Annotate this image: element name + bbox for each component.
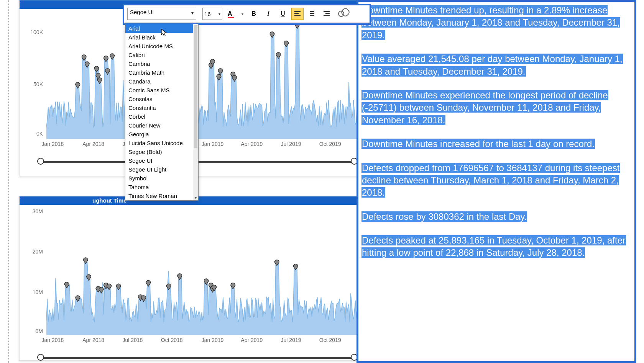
font-option[interactable]: Lucida Sans Unicode (125, 139, 198, 147)
ytick: 20M (33, 249, 43, 255)
chevron-down-icon: ▾ (242, 12, 243, 16)
hyperlink-button[interactable] (335, 8, 347, 20)
font-option[interactable]: Symbol (125, 174, 198, 183)
chevron-down-icon: ▾ (219, 12, 220, 16)
xtick: Jul 2019 (281, 141, 301, 147)
insight-text[interactable]: Defects rose by 3080362 in the last Day. (361, 211, 631, 223)
underline-button[interactable]: U (277, 8, 289, 20)
xtick: Oct 2018 (161, 337, 183, 343)
italic-icon: I (267, 10, 269, 17)
align-center-button[interactable] (306, 8, 318, 20)
ytick: 10M (33, 289, 43, 295)
scrollbar-down-arrow[interactable]: ▾ (193, 196, 198, 200)
font-color-more-button[interactable]: ▾ (239, 8, 245, 20)
align-right-icon (324, 11, 330, 16)
xtick: Oct 2019 (319, 141, 341, 147)
font-size-select[interactable]: 16 ▾ (202, 8, 222, 20)
bold-icon: B (251, 10, 256, 17)
xtick: Jan 2018 (42, 337, 64, 343)
font-option[interactable]: Arial (125, 24, 198, 33)
font-option[interactable]: Candara (125, 77, 198, 86)
plot-area-bot[interactable] (46, 209, 360, 335)
font-family-select[interactable]: Segoe UI (127, 8, 196, 20)
font-option[interactable]: Arial Black (125, 33, 198, 42)
font-family-value: Segoe UI (130, 9, 154, 15)
font-color-button[interactable]: A (225, 8, 237, 20)
font-color-icon: A (228, 10, 234, 17)
font-option[interactable]: Courier New (125, 121, 198, 130)
font-option[interactable]: Cambria (125, 59, 198, 68)
slider-handle-left[interactable] (37, 158, 44, 165)
scrollbar-thumb[interactable] (194, 25, 197, 148)
font-size-value: 16 (204, 11, 211, 17)
align-right-button[interactable] (320, 8, 333, 20)
font-option[interactable]: Consolas (125, 95, 198, 103)
xtick: Jul 2019 (281, 337, 301, 343)
font-option[interactable]: Cambria Math (125, 68, 198, 77)
dropdown-scrollbar[interactable]: ▾ (193, 24, 198, 200)
xtick: Jan 2018 (42, 141, 64, 147)
x-axis-bot: Jan 2018 Apr 2018 Jul 2018 Oct 2018 Jan … (46, 337, 360, 347)
slider-handle-left[interactable] (37, 354, 44, 361)
align-left-icon (294, 11, 301, 16)
bold-button[interactable]: B (248, 8, 260, 20)
xtick: Apr 2018 (82, 141, 104, 147)
xtick: Oct 2019 (319, 337, 341, 343)
ytick: 50K (33, 81, 43, 87)
italic-button[interactable]: I (262, 8, 274, 20)
font-option[interactable]: Georgia (125, 130, 198, 139)
time-slider-bot[interactable] (41, 357, 354, 359)
formatting-toolbar: Segoe UI 16 ▾ A ▾ B I U (124, 5, 370, 23)
font-option[interactable]: Arial Unicode MS (125, 42, 198, 51)
font-family-dropdown[interactable]: ▾ ArialArial BlackArial Unicode MSCalibr… (125, 24, 199, 201)
ytick: 0K (36, 131, 43, 137)
xtick: Apr 2019 (241, 337, 263, 343)
insight-text[interactable]: Defects dropped from 17696567 to 3684137… (361, 162, 631, 199)
insight-text[interactable]: Downtime Minutes experienced the longest… (361, 89, 631, 126)
font-option[interactable]: Times New Roman (125, 191, 198, 200)
ytick: 100K (30, 29, 43, 35)
xtick: Jul 2018 (122, 337, 143, 343)
align-left-button[interactable] (291, 8, 304, 20)
xtick: Jan 2019 (202, 141, 224, 147)
chart-title-text: ughout Time (92, 197, 127, 204)
font-option[interactable]: Comic Sans MS (125, 86, 198, 95)
ytick: 30M (33, 208, 43, 214)
insights-panel[interactable]: Downtime Minutes trended up, resulting i… (356, 0, 636, 363)
plot-area-top[interactable] (46, 13, 360, 139)
ytick: 0M (36, 328, 43, 334)
text-editor-overlay[interactable]: Segoe UI 16 ▾ A ▾ B I U (123, 4, 371, 25)
link-icon (337, 10, 346, 18)
underline-icon: U (281, 10, 285, 17)
vertical-ruler (8, 0, 10, 363)
font-option[interactable]: Segoe (Bold) (125, 147, 198, 156)
font-option[interactable]: Tahoma (125, 183, 198, 191)
align-center-icon (309, 11, 315, 16)
xtick: Apr 2018 (82, 337, 104, 343)
y-axis-top: 100K 50K 0K (23, 9, 44, 139)
font-option[interactable]: Constantia (125, 103, 198, 112)
font-option[interactable]: Calibri (125, 51, 198, 59)
insight-text[interactable]: Downtime Minutes trended up, resulting i… (361, 4, 631, 41)
insight-text[interactable]: Downtime Minutes increased for the last … (361, 138, 631, 150)
x-axis-top: Jan 2018 Apr 2018 Jul 2018 Oct 2018 Jan … (46, 141, 360, 150)
font-option[interactable]: Segoe UI Light (125, 165, 198, 174)
xtick: Apr 2019 (241, 141, 263, 147)
font-option[interactable]: Corbel (125, 112, 198, 121)
chart-card-defects[interactable]: ughout Time 30M 20M 10M 0M Jan 2018 Apr … (19, 196, 364, 361)
insight-text[interactable]: Value averaged 21,545.08 per day between… (361, 53, 631, 78)
xtick: Jan 2019 (202, 337, 224, 343)
y-axis-bot: 30M 20M 10M 0M (23, 205, 44, 335)
insight-text[interactable]: Defects peaked at 25,893,165 in Tuesday,… (361, 234, 631, 259)
font-option[interactable]: Segoe UI (125, 156, 198, 165)
